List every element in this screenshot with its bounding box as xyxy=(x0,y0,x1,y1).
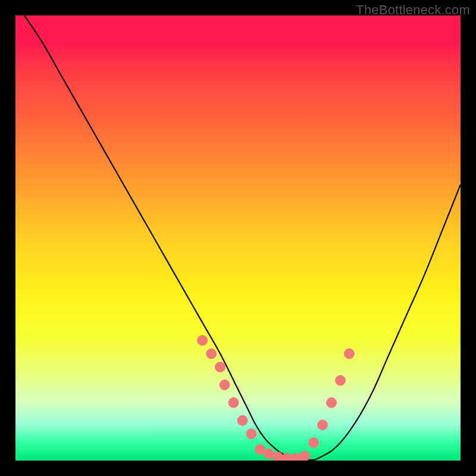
marker-dot xyxy=(336,375,346,386)
marker-dot xyxy=(309,438,319,448)
marker-dot xyxy=(246,429,256,439)
marker-dot xyxy=(215,362,226,372)
plot-area xyxy=(15,15,461,461)
marker-dot xyxy=(291,453,301,461)
marker-dot xyxy=(327,397,337,408)
marker-dot xyxy=(255,444,265,455)
chart-frame: TheBottleneck.com xyxy=(0,0,476,476)
marker-dot xyxy=(198,336,208,346)
marker-dot xyxy=(237,415,248,425)
marker-dot xyxy=(206,349,217,359)
marker-dot xyxy=(282,453,292,461)
marker-dot xyxy=(220,380,230,390)
marker-dot xyxy=(228,397,239,408)
marker-dot xyxy=(273,452,283,461)
marker-dots xyxy=(198,336,355,461)
marker-dot xyxy=(300,451,310,461)
marker-dot xyxy=(264,449,274,459)
dots-layer xyxy=(15,15,461,461)
marker-dot xyxy=(345,349,355,359)
marker-dot xyxy=(318,420,328,430)
